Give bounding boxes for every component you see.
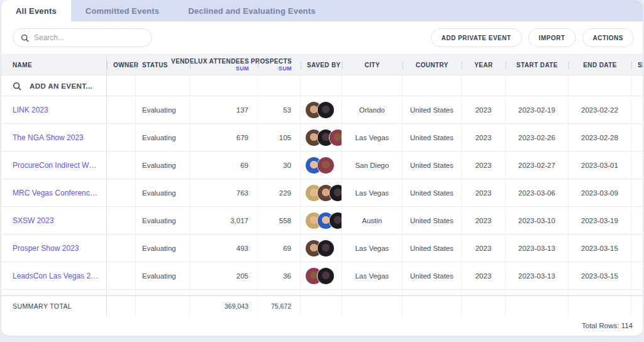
event-name-link[interactable]: LINK 2023 xyxy=(13,106,48,114)
owner-cell xyxy=(107,124,136,151)
event-name-cell: The NGA Show 2023 xyxy=(1,124,107,151)
column-header-name[interactable]: NAME xyxy=(1,55,107,75)
city-cell: Las Vegas xyxy=(342,179,402,206)
city-cell: Orlando xyxy=(342,96,402,123)
start-date-cell: 2023-02-26 xyxy=(506,124,569,151)
table-row[interactable]: The NGA Show 2023 Evaluating 679 105 Las… xyxy=(1,124,643,152)
tab-declined-evaluating-events[interactable]: Declined and Evaluating Events xyxy=(174,0,330,21)
prospects-cell: 36 xyxy=(258,262,301,289)
status-cell: Evaluating xyxy=(136,207,190,234)
table-row[interactable]: SXSW 2023 Evaluating 3,017 558 Austin Un… xyxy=(1,207,643,234)
empty-cell xyxy=(402,75,462,96)
column-header-city[interactable]: CITY xyxy=(342,55,402,75)
search-box[interactable] xyxy=(13,28,152,47)
table-row[interactable]: Prosper Show 2023 Evaluating 493 69 Las … xyxy=(1,234,643,262)
avatar[interactable] xyxy=(330,185,342,201)
avatar-group[interactable] xyxy=(301,96,342,123)
avatar-group[interactable] xyxy=(301,234,342,262)
avatar-group[interactable] xyxy=(301,262,342,289)
status-cell: Evaluating xyxy=(136,96,190,123)
attendees-cell: 205 xyxy=(190,262,258,289)
prospects-cell: 30 xyxy=(258,152,301,179)
add-private-event-button[interactable]: ADD PRIVATE EVENT xyxy=(431,28,522,47)
avatar[interactable] xyxy=(330,212,342,229)
event-name-link[interactable]: The NGA Show 2023 xyxy=(13,133,84,142)
city-cell: San Diego xyxy=(342,152,402,179)
status-cell: Evaluating xyxy=(136,262,190,289)
column-header-end-date[interactable]: END DATE xyxy=(569,55,631,75)
avatar[interactable] xyxy=(318,240,334,256)
empty-cell xyxy=(462,75,506,96)
event-name-cell: LINK 2023 xyxy=(1,96,107,123)
owner-cell xyxy=(107,152,136,179)
end-date-cell: 2023-03-09 xyxy=(569,179,631,206)
event-name-link[interactable]: ProcureCon Indirect West 2023 xyxy=(13,161,100,170)
empty-cell xyxy=(301,296,342,316)
avatar-group[interactable] xyxy=(301,124,342,151)
add-event-cell[interactable]: ADD AN EVENT... xyxy=(1,75,107,96)
column-header-sector[interactable]: SEC xyxy=(631,55,643,75)
end-date-cell: 2023-03-15 xyxy=(569,234,631,262)
table-row[interactable]: ProcureCon Indirect West 2023 Evaluating… xyxy=(1,152,643,179)
event-name-cell: MRC Vegas Conference 2023 xyxy=(1,179,107,206)
start-date-cell: 2023-02-27 xyxy=(506,152,569,179)
column-header-owner[interactable]: OWNER xyxy=(107,55,136,75)
country-cell: United States xyxy=(402,207,462,234)
summary-prospects: 75,672 xyxy=(258,296,301,316)
avatar[interactable] xyxy=(318,157,334,174)
summary-label: SUMMARY TOTAL xyxy=(1,296,107,316)
empty-cell xyxy=(569,296,631,316)
prospects-cell: 105 xyxy=(258,124,301,151)
status-cell: Evaluating xyxy=(136,152,190,179)
table-row[interactable]: LeadsCon Las Vegas 2023 Evaluating 205 3… xyxy=(1,262,643,290)
empty-cell xyxy=(301,75,342,96)
empty-cell xyxy=(506,75,569,96)
attendees-cell: 3,017 xyxy=(190,207,258,234)
country-cell: United States xyxy=(402,179,462,206)
empty-cell xyxy=(342,75,402,96)
avatar[interactable] xyxy=(318,102,334,118)
sector-cell xyxy=(631,152,643,179)
empty-cell xyxy=(506,296,569,316)
add-event-row[interactable]: ADD AN EVENT... xyxy=(1,75,643,96)
avatar[interactable] xyxy=(330,130,342,146)
import-button[interactable]: IMPORT xyxy=(528,28,576,47)
empty-cell xyxy=(136,75,190,96)
attendees-cell: 69 xyxy=(190,152,258,179)
avatar-group[interactable] xyxy=(301,207,342,234)
event-name-link[interactable]: LeadsCon Las Vegas 2023 xyxy=(13,272,100,280)
toolbar-buttons: ADD PRIVATE EVENT IMPORT ACTIONS xyxy=(431,28,634,47)
start-date-cell: 2023-03-06 xyxy=(506,179,569,206)
table-body-rows: LINK 2023 Evaluating 137 53 Orlando Unit… xyxy=(1,96,643,316)
sector-cell xyxy=(631,124,643,151)
empty-cell xyxy=(136,296,190,316)
country-cell: United States xyxy=(402,124,462,151)
column-header-saved-by[interactable]: SAVED BY xyxy=(301,55,342,75)
country-cell: United States xyxy=(402,152,462,179)
city-cell: Las Vegas xyxy=(342,124,402,151)
event-name-link[interactable]: MRC Vegas Conference 2023 xyxy=(13,189,100,197)
table-row[interactable]: LINK 2023 Evaluating 137 53 Orlando Unit… xyxy=(1,96,643,124)
column-header-year[interactable]: YEAR xyxy=(462,55,506,75)
search-icon xyxy=(21,34,29,42)
search-input[interactable] xyxy=(34,33,144,42)
avatar-group[interactable] xyxy=(301,152,342,179)
tab-committed-events[interactable]: Committed Events xyxy=(71,0,174,21)
empty-cell xyxy=(462,296,506,316)
column-header-prospects[interactable]: PROSPECTSSUM xyxy=(258,55,301,75)
event-name-link[interactable]: SXSW 2023 xyxy=(13,216,53,225)
table-row[interactable]: MRC Vegas Conference 2023 Evaluating 763… xyxy=(1,179,643,207)
city-cell: Austin xyxy=(342,207,402,234)
prospects-cell: 53 xyxy=(258,96,301,123)
avatar[interactable] xyxy=(318,268,334,284)
table-footer: Total Rows: 114 xyxy=(1,316,643,335)
column-header-start-date[interactable]: START DATE xyxy=(506,55,569,75)
actions-button[interactable]: ACTIONS xyxy=(582,28,635,47)
empty-cell xyxy=(402,296,462,316)
column-header-country[interactable]: COUNTRY xyxy=(402,55,462,75)
tab-all-events[interactable]: All Events xyxy=(1,0,71,21)
column-header-vendelux-attendees[interactable]: VENDELUX ATTENDEESSUM xyxy=(190,55,258,75)
avatar-group[interactable] xyxy=(301,179,342,206)
start-date-cell: 2023-03-13 xyxy=(506,262,569,289)
event-name-link[interactable]: Prosper Show 2023 xyxy=(13,244,79,253)
